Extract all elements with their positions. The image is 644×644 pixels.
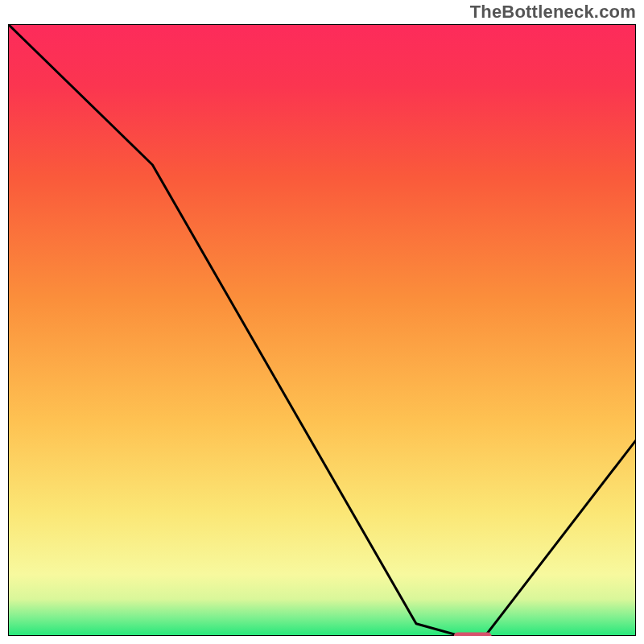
plot-svg [8,24,636,636]
chart-container: TheBottleneck.com [0,0,644,644]
optimal-marker [454,632,492,636]
watermark-text: TheBottleneck.com [470,2,636,23]
plot-area [8,24,636,636]
